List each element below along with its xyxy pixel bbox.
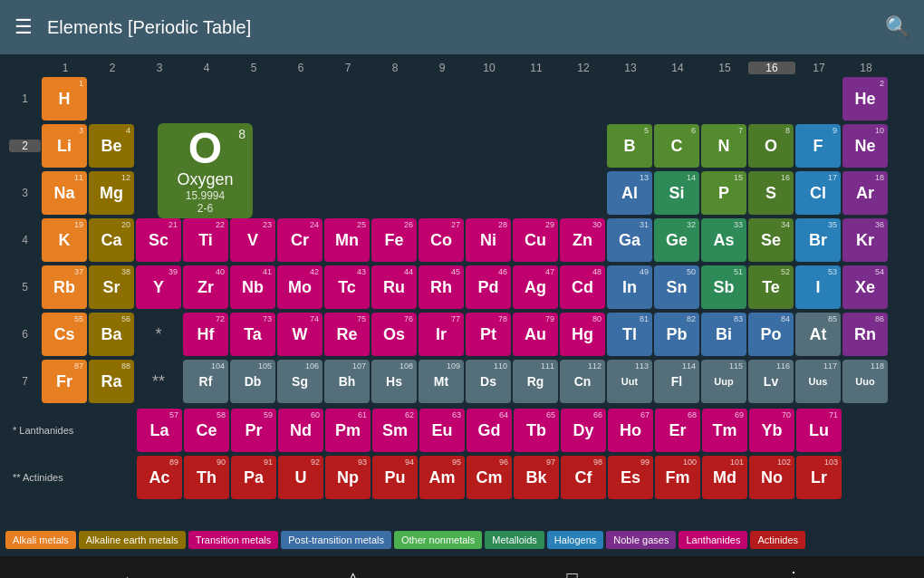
element-Fr[interactable]: 87Fr	[42, 360, 87, 403]
element-Xe[interactable]: 54Xe	[842, 265, 888, 309]
element-Si[interactable]: 14Si	[654, 171, 699, 215]
element-Bh[interactable]: 107Bh	[324, 360, 370, 403]
element-At[interactable]: 85At	[795, 313, 841, 356]
element-Th[interactable]: 90Th	[184, 456, 229, 499]
element-Sm[interactable]: 62Sm	[372, 409, 418, 452]
element-Re[interactable]: 75Re	[324, 313, 370, 356]
element-Ce[interactable]: 58Ce	[184, 409, 229, 452]
element-Lr[interactable]: 103Lr	[796, 456, 842, 499]
element-Pu[interactable]: 94Pu	[372, 456, 418, 499]
element-Yb[interactable]: 70Yb	[749, 409, 794, 452]
element-Cd[interactable]: 48Cd	[560, 265, 605, 309]
element-Rb[interactable]: 37Rb	[42, 265, 87, 309]
element-Cu[interactable]: 29Cu	[513, 218, 558, 262]
element-I[interactable]: 53I	[795, 265, 841, 309]
element-Li[interactable]: 3Li	[42, 124, 87, 168]
selected-element-display[interactable]: 8 O Oxygen 15.9994 2-6	[158, 123, 253, 218]
element-Os[interactable]: 76Os	[371, 313, 417, 356]
element-Po[interactable]: 84Po	[748, 313, 794, 356]
element-Zr[interactable]: 40Zr	[183, 265, 228, 309]
element-Es[interactable]: 99Es	[608, 456, 653, 499]
back-button[interactable]: ←	[121, 568, 140, 579]
element-Lv[interactable]: 116Lv	[748, 360, 794, 403]
element-Cn[interactable]: 112Cn	[560, 360, 605, 403]
element-He[interactable]: 2He	[842, 77, 888, 120]
element-Pm[interactable]: 61Pm	[325, 409, 371, 452]
legend-post-transition-metals[interactable]: Post-transition metals	[281, 531, 391, 549]
element-Ba[interactable]: 56Ba	[89, 313, 134, 356]
element-Er[interactable]: 68Er	[655, 409, 700, 452]
element-Sr[interactable]: 38Sr	[89, 265, 134, 309]
element-Ir[interactable]: 77Ir	[419, 313, 464, 356]
element-Au[interactable]: 79Au	[513, 313, 558, 356]
element-Mo[interactable]: 42Mo	[277, 265, 322, 309]
element-Ca[interactable]: 20Ca	[89, 218, 134, 262]
element-P[interactable]: 15P	[701, 171, 746, 215]
element-Fl[interactable]: 114Fl	[654, 360, 699, 403]
element-Ni[interactable]: 28Ni	[466, 218, 511, 262]
more-options-button[interactable]: ⋮	[784, 567, 803, 578]
element-Be[interactable]: 4Be	[89, 124, 134, 168]
element-Zn[interactable]: 30Zn	[560, 218, 605, 262]
legend-lanthanides[interactable]: Lanthanides	[679, 531, 747, 549]
element-La[interactable]: 57La	[137, 409, 182, 452]
element-U[interactable]: 92U	[278, 456, 323, 499]
element-H[interactable]: 1H	[42, 77, 87, 120]
legend-alkaline-earth-metals[interactable]: Alkaline earth metals	[79, 531, 186, 549]
element-Sg[interactable]: 106Sg	[277, 360, 322, 403]
element-W[interactable]: 74W	[277, 313, 322, 356]
element-Uuo[interactable]: 118Uuo	[842, 360, 888, 403]
element-Tm[interactable]: 69Tm	[702, 409, 747, 452]
legend-alkali-metals[interactable]: Alkali metals	[5, 531, 76, 549]
legend-transition-metals[interactable]: Transition metals	[188, 531, 278, 549]
element-Br[interactable]: 35Br	[795, 218, 841, 262]
element-K[interactable]: 19K	[42, 218, 87, 262]
element-Uut[interactable]: 113Uut	[607, 360, 652, 403]
element-Uup[interactable]: 115Uup	[701, 360, 746, 403]
element-Mg[interactable]: 12Mg	[89, 171, 134, 215]
search-icon[interactable]: 🔍	[885, 15, 910, 39]
element-Fm[interactable]: 100Fm	[655, 456, 700, 499]
legend-actinides[interactable]: Actinides	[750, 531, 805, 549]
element-As[interactable]: 33As	[701, 218, 746, 262]
element-Ra[interactable]: 88Ra	[89, 360, 134, 403]
home-button[interactable]: △	[346, 567, 360, 578]
legend-halogens[interactable]: Halogens	[547, 531, 603, 549]
element-Pr[interactable]: 59Pr	[231, 409, 276, 452]
element-Sn[interactable]: 50Sn	[654, 265, 699, 309]
element-In[interactable]: 49In	[607, 265, 652, 309]
element-Hs[interactable]: 108Hs	[371, 360, 417, 403]
element-Lu[interactable]: 71Lu	[796, 409, 842, 452]
element-Rg[interactable]: 111Rg	[513, 360, 558, 403]
element-Ne[interactable]: 10Ne	[842, 124, 888, 168]
legend-noble-gases[interactable]: Noble gases	[606, 531, 676, 549]
element-Tl[interactable]: 81Tl	[607, 313, 652, 356]
element-C[interactable]: 6C	[654, 124, 699, 168]
element-B[interactable]: 5B	[607, 124, 652, 168]
element-Dy[interactable]: 66Dy	[561, 409, 606, 452]
element-Ds[interactable]: 110Ds	[466, 360, 511, 403]
element-Ho[interactable]: 67Ho	[608, 409, 653, 452]
element-Rf[interactable]: 104Rf	[183, 360, 228, 403]
element-Ag[interactable]: 47Ag	[513, 265, 558, 309]
element-Te[interactable]: 52Te	[748, 265, 794, 309]
element-Ta[interactable]: 73Ta	[230, 313, 275, 356]
element-Cm[interactable]: 96Cm	[467, 456, 512, 499]
element-Se[interactable]: 34Se	[748, 218, 794, 262]
element-S[interactable]: 16S	[748, 171, 794, 215]
element-Ti[interactable]: 22Ti	[183, 218, 228, 262]
recents-button[interactable]: □	[567, 568, 578, 579]
element-Rh[interactable]: 45Rh	[419, 265, 464, 309]
element-O[interactable]: 8O	[748, 124, 794, 168]
menu-icon[interactable]: ☰	[14, 15, 33, 39]
element-Pa[interactable]: 91Pa	[231, 456, 276, 499]
element-Fe[interactable]: 26Fe	[371, 218, 417, 262]
element-Gd[interactable]: 64Gd	[467, 409, 512, 452]
element-No[interactable]: 102No	[749, 456, 794, 499]
element-V[interactable]: 23V	[230, 218, 275, 262]
element-Al[interactable]: 13Al	[607, 171, 652, 215]
element-Rn[interactable]: 86Rn	[842, 313, 888, 356]
element-Cr[interactable]: 24Cr	[277, 218, 322, 262]
element-Na[interactable]: 11Na	[42, 171, 87, 215]
element-Am[interactable]: 95Am	[419, 456, 465, 499]
